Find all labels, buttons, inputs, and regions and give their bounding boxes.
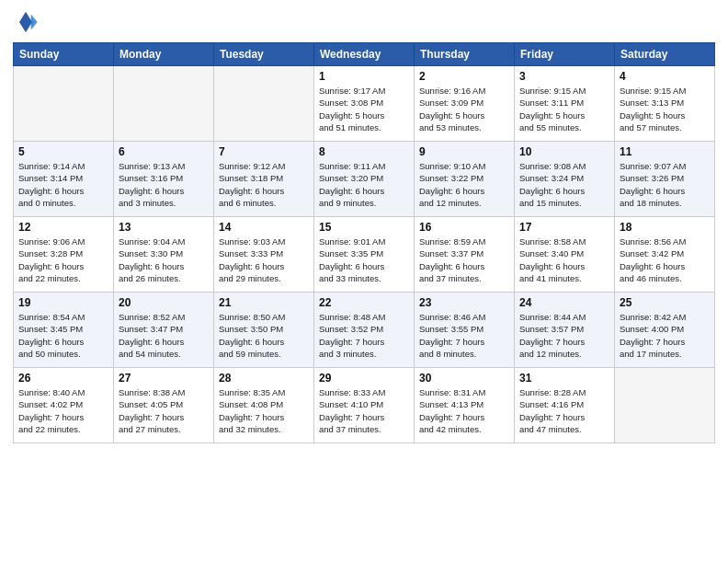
- day-info: Sunrise: 9:14 AM Sunset: 3:14 PM Dayligh…: [18, 160, 108, 209]
- day-cell: 30Sunrise: 8:31 AM Sunset: 4:13 PM Dayli…: [415, 368, 515, 443]
- day-number: 11: [620, 145, 710, 158]
- day-info: Sunrise: 8:28 AM Sunset: 4:16 PM Dayligh…: [519, 386, 609, 435]
- day-cell: 10Sunrise: 9:08 AM Sunset: 3:24 PM Dayli…: [515, 142, 615, 217]
- day-info: Sunrise: 9:12 AM Sunset: 3:18 PM Dayligh…: [219, 160, 309, 209]
- day-cell: 7Sunrise: 9:12 AM Sunset: 3:18 PM Daylig…: [214, 142, 314, 217]
- day-cell: [114, 66, 214, 142]
- day-cell: 25Sunrise: 8:42 AM Sunset: 4:00 PM Dayli…: [615, 293, 715, 368]
- day-number: 26: [18, 372, 108, 385]
- day-cell: 17Sunrise: 8:58 AM Sunset: 3:40 PM Dayli…: [515, 217, 615, 293]
- day-number: 12: [18, 221, 108, 234]
- day-number: 20: [119, 296, 209, 309]
- day-number: 18: [620, 221, 710, 234]
- weekday-saturday: Saturday: [615, 43, 715, 66]
- day-number: 28: [219, 372, 309, 385]
- day-info: Sunrise: 8:56 AM Sunset: 3:42 PM Dayligh…: [620, 236, 710, 284]
- weekday-sunday: Sunday: [14, 43, 114, 66]
- day-number: 29: [319, 372, 409, 385]
- day-number: 13: [119, 221, 209, 234]
- day-number: 30: [419, 372, 509, 385]
- day-cell: 8Sunrise: 9:11 AM Sunset: 3:20 PM Daylig…: [314, 142, 415, 217]
- day-cell: 4Sunrise: 9:15 AM Sunset: 3:13 PM Daylig…: [615, 66, 715, 142]
- day-cell: 16Sunrise: 8:59 AM Sunset: 3:37 PM Dayli…: [415, 217, 515, 293]
- day-info: Sunrise: 8:48 AM Sunset: 3:52 PM Dayligh…: [319, 311, 409, 360]
- day-cell: 5Sunrise: 9:14 AM Sunset: 3:14 PM Daylig…: [14, 142, 114, 217]
- calendar: SundayMondayTuesdayWednesdayThursdayFrid…: [13, 42, 715, 443]
- header: [13, 9, 715, 35]
- week-row-4: 19Sunrise: 8:54 AM Sunset: 3:45 PM Dayli…: [14, 293, 715, 368]
- logo: [13, 9, 42, 35]
- weekday-tuesday: Tuesday: [214, 43, 314, 66]
- day-info: Sunrise: 8:52 AM Sunset: 3:47 PM Dayligh…: [119, 311, 209, 360]
- day-cell: 27Sunrise: 8:38 AM Sunset: 4:05 PM Dayli…: [114, 368, 214, 443]
- day-cell: 20Sunrise: 8:52 AM Sunset: 3:47 PM Dayli…: [114, 293, 214, 368]
- day-info: Sunrise: 8:33 AM Sunset: 4:10 PM Dayligh…: [319, 386, 409, 435]
- day-cell: 1Sunrise: 9:17 AM Sunset: 3:08 PM Daylig…: [314, 66, 415, 142]
- day-number: 14: [219, 221, 309, 234]
- day-number: 23: [419, 296, 509, 309]
- day-info: Sunrise: 9:16 AM Sunset: 3:09 PM Dayligh…: [419, 85, 509, 133]
- day-info: Sunrise: 9:08 AM Sunset: 3:24 PM Dayligh…: [519, 160, 609, 209]
- day-cell: 23Sunrise: 8:46 AM Sunset: 3:55 PM Dayli…: [415, 293, 515, 368]
- day-number: 4: [620, 70, 710, 83]
- day-info: Sunrise: 8:38 AM Sunset: 4:05 PM Dayligh…: [119, 386, 209, 435]
- week-row-5: 26Sunrise: 8:40 AM Sunset: 4:02 PM Dayli…: [14, 368, 715, 443]
- day-info: Sunrise: 8:35 AM Sunset: 4:08 PM Dayligh…: [219, 386, 309, 435]
- day-number: 3: [519, 70, 609, 83]
- day-number: 31: [519, 372, 609, 385]
- day-info: Sunrise: 8:46 AM Sunset: 3:55 PM Dayligh…: [419, 311, 509, 360]
- logo-icon: [13, 9, 39, 35]
- day-number: 8: [319, 145, 409, 158]
- day-cell: 18Sunrise: 8:56 AM Sunset: 3:42 PM Dayli…: [615, 217, 715, 293]
- week-row-2: 5Sunrise: 9:14 AM Sunset: 3:14 PM Daylig…: [14, 142, 715, 217]
- day-info: Sunrise: 9:03 AM Sunset: 3:33 PM Dayligh…: [219, 236, 309, 284]
- day-cell: 28Sunrise: 8:35 AM Sunset: 4:08 PM Dayli…: [214, 368, 314, 443]
- day-number: 22: [319, 296, 409, 309]
- day-info: Sunrise: 9:11 AM Sunset: 3:20 PM Dayligh…: [319, 160, 409, 209]
- day-cell: 14Sunrise: 9:03 AM Sunset: 3:33 PM Dayli…: [214, 217, 314, 293]
- day-info: Sunrise: 8:59 AM Sunset: 3:37 PM Dayligh…: [419, 236, 509, 284]
- day-info: Sunrise: 8:31 AM Sunset: 4:13 PM Dayligh…: [419, 386, 509, 435]
- weekday-friday: Friday: [515, 43, 615, 66]
- weekday-wednesday: Wednesday: [314, 43, 415, 66]
- day-cell: 9Sunrise: 9:10 AM Sunset: 3:22 PM Daylig…: [415, 142, 515, 217]
- week-row-1: 1Sunrise: 9:17 AM Sunset: 3:08 PM Daylig…: [14, 66, 715, 142]
- day-info: Sunrise: 8:42 AM Sunset: 4:00 PM Dayligh…: [620, 311, 710, 360]
- day-cell: 3Sunrise: 9:15 AM Sunset: 3:11 PM Daylig…: [515, 66, 615, 142]
- day-number: 25: [620, 296, 710, 309]
- day-cell: 6Sunrise: 9:13 AM Sunset: 3:16 PM Daylig…: [114, 142, 214, 217]
- day-cell: 29Sunrise: 8:33 AM Sunset: 4:10 PM Dayli…: [314, 368, 415, 443]
- day-cell: 13Sunrise: 9:04 AM Sunset: 3:30 PM Dayli…: [114, 217, 214, 293]
- day-info: Sunrise: 8:58 AM Sunset: 3:40 PM Dayligh…: [519, 236, 609, 284]
- day-cell: 19Sunrise: 8:54 AM Sunset: 3:45 PM Dayli…: [14, 293, 114, 368]
- day-cell: 22Sunrise: 8:48 AM Sunset: 3:52 PM Dayli…: [314, 293, 415, 368]
- day-cell: [14, 66, 114, 142]
- day-cell: [214, 66, 314, 142]
- weekday-header-row: SundayMondayTuesdayWednesdayThursdayFrid…: [14, 43, 715, 66]
- day-info: Sunrise: 8:40 AM Sunset: 4:02 PM Dayligh…: [18, 386, 108, 435]
- day-cell: 26Sunrise: 8:40 AM Sunset: 4:02 PM Dayli…: [14, 368, 114, 443]
- day-number: 10: [519, 145, 609, 158]
- day-number: 19: [18, 296, 108, 309]
- day-number: 2: [419, 70, 509, 83]
- week-row-3: 12Sunrise: 9:06 AM Sunset: 3:28 PM Dayli…: [14, 217, 715, 293]
- day-number: 17: [519, 221, 609, 234]
- day-number: 1: [319, 70, 409, 83]
- weekday-thursday: Thursday: [415, 43, 515, 66]
- day-cell: 24Sunrise: 8:44 AM Sunset: 3:57 PM Dayli…: [515, 293, 615, 368]
- day-number: 16: [419, 221, 509, 234]
- day-info: Sunrise: 9:01 AM Sunset: 3:35 PM Dayligh…: [319, 236, 409, 284]
- day-number: 21: [219, 296, 309, 309]
- day-cell: 11Sunrise: 9:07 AM Sunset: 3:26 PM Dayli…: [615, 142, 715, 217]
- day-number: 5: [18, 145, 108, 158]
- day-info: Sunrise: 8:44 AM Sunset: 3:57 PM Dayligh…: [519, 311, 609, 360]
- day-number: 6: [119, 145, 209, 158]
- day-number: 9: [419, 145, 509, 158]
- day-info: Sunrise: 8:50 AM Sunset: 3:50 PM Dayligh…: [219, 311, 309, 360]
- page: SundayMondayTuesdayWednesdayThursdayFrid…: [0, 0, 728, 563]
- day-cell: 15Sunrise: 9:01 AM Sunset: 3:35 PM Dayli…: [314, 217, 415, 293]
- day-cell: 2Sunrise: 9:16 AM Sunset: 3:09 PM Daylig…: [415, 66, 515, 142]
- day-cell: 21Sunrise: 8:50 AM Sunset: 3:50 PM Dayli…: [214, 293, 314, 368]
- day-info: Sunrise: 9:15 AM Sunset: 3:11 PM Dayligh…: [519, 85, 609, 133]
- day-number: 27: [119, 372, 209, 385]
